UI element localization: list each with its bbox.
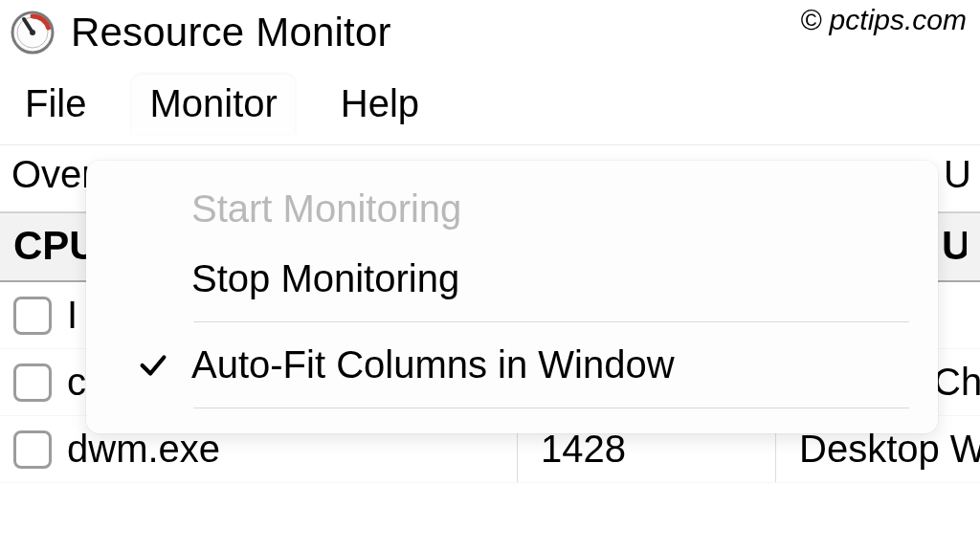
menu-item-auto-fit-columns[interactable]: Auto-Fit Columns in Window: [86, 330, 938, 400]
process-checkbox[interactable]: [13, 297, 52, 335]
resource-monitor-window: © pctips.com Resource Monitor File Monit…: [0, 0, 980, 551]
checkmark-icon: [137, 349, 169, 382]
menu-monitor[interactable]: Monitor: [132, 75, 294, 135]
process-checkbox[interactable]: [13, 364, 52, 402]
process-name: dwm.exe: [67, 428, 517, 471]
menu-separator: [193, 321, 909, 322]
menu-item-stop-monitoring[interactable]: Stop Monitoring: [86, 244, 938, 314]
app-title: Resource Monitor: [71, 10, 391, 55]
svg-point-3: [30, 30, 35, 35]
monitor-dropdown-menu: Start Monitoring Stop Monitoring Auto-Fi…: [86, 161, 938, 433]
menu-item-start-monitoring: Start Monitoring: [86, 174, 938, 244]
menu-bar: File Monitor Help: [0, 69, 980, 144]
menu-file[interactable]: File: [8, 75, 103, 135]
tab-overview[interactable]: Over: [11, 153, 95, 196]
menu-item-label: Start Monitoring: [191, 187, 461, 231]
menu-separator: [193, 408, 909, 408]
process-checkbox[interactable]: [13, 430, 52, 469]
menu-help[interactable]: Help: [323, 75, 436, 135]
menu-item-label: Stop Monitoring: [191, 257, 459, 300]
check-slot: [115, 349, 191, 382]
menu-item-label: Auto-Fit Columns in Window: [191, 343, 675, 386]
watermark-text: © pctips.com: [800, 4, 967, 36]
tab-right-fragment: U: [944, 153, 969, 196]
section-right-fragment: U: [942, 223, 967, 269]
resource-monitor-icon: [10, 10, 56, 55]
